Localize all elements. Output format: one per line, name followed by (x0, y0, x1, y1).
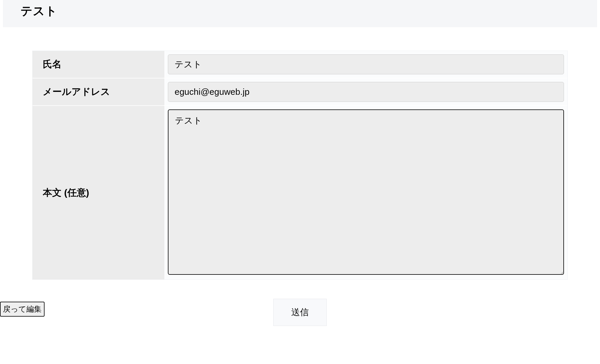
email-input[interactable] (168, 82, 564, 102)
name-value-cell (164, 51, 567, 78)
email-value-cell (164, 78, 567, 106)
form-row-name: 氏名 (33, 51, 567, 78)
submit-button[interactable]: 送信 (273, 299, 327, 326)
back-button[interactable]: 戻って編集 (0, 302, 45, 317)
name-input[interactable] (168, 54, 564, 74)
body-textarea[interactable]: テスト (168, 109, 564, 275)
form-wrap: 氏名 メールアドレス 本文 (任意) テスト (3, 51, 597, 280)
name-label: 氏名 (33, 51, 164, 78)
form-table: 氏名 メールアドレス 本文 (任意) テスト (32, 51, 568, 280)
body-label: 本文 (任意) (33, 106, 164, 279)
actions-bar: 戻って編集 送信 (0, 299, 600, 325)
form-row-body: 本文 (任意) テスト (33, 106, 567, 279)
email-label: メールアドレス (33, 78, 164, 106)
page-title: テスト (21, 3, 579, 19)
form-row-email: メールアドレス (33, 78, 567, 106)
body-value-cell: テスト (164, 106, 567, 279)
header-bar: テスト (3, 0, 597, 27)
